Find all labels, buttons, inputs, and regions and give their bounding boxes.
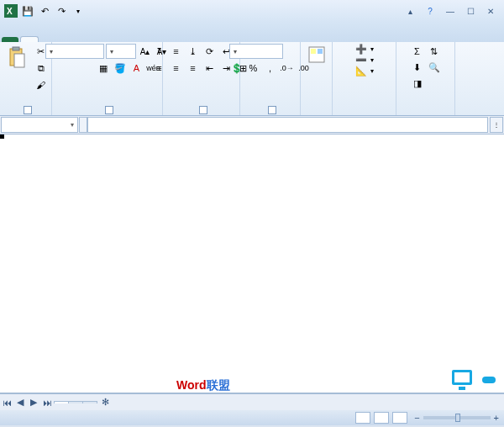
underline-button[interactable] bbox=[79, 61, 94, 76]
sheet-nav-next-icon[interactable]: ▶ bbox=[27, 396, 40, 409]
group-cells: ➕▾ ➖▾ 📐▾ bbox=[333, 42, 396, 115]
save-icon[interactable]: 💾 bbox=[20, 3, 35, 18]
bold-button[interactable] bbox=[45, 61, 60, 76]
group-font: ▾ ▾ A▴ A▾ ▦ 🪣 A wén bbox=[52, 42, 163, 115]
group-number: ▾ 💲 % , .0→ .00 bbox=[240, 42, 301, 115]
indent-dec-icon[interactable]: ⇤ bbox=[202, 61, 218, 76]
new-sheet-icon[interactable]: ✻ bbox=[97, 396, 114, 409]
cell-selection bbox=[0, 134, 3, 138]
sheet-tab-1[interactable] bbox=[54, 401, 69, 403]
font-size-combo[interactable]: ▾ bbox=[106, 44, 136, 59]
help-icon[interactable]: ? bbox=[420, 4, 440, 18]
excel-icon[interactable]: X bbox=[3, 3, 18, 18]
number-format-combo[interactable]: ▾ bbox=[229, 44, 283, 59]
view-normal-icon[interactable] bbox=[355, 412, 370, 424]
sheet-tab-2[interactable] bbox=[68, 401, 83, 403]
insert-cell-icon: ➕ bbox=[355, 44, 367, 55]
watermark-wordlm: Word联盟 bbox=[176, 378, 230, 393]
percent-icon[interactable]: % bbox=[246, 61, 261, 76]
undo-icon[interactable]: ↶ bbox=[37, 3, 52, 18]
align-middle-icon[interactable]: ≡ bbox=[169, 44, 184, 59]
accounting-icon[interactable]: 💲 bbox=[229, 61, 244, 76]
svg-text:X: X bbox=[7, 7, 13, 16]
group-styles bbox=[301, 42, 333, 115]
align-top-icon[interactable]: ⤒ bbox=[152, 44, 167, 59]
zoom-slider[interactable] bbox=[423, 416, 491, 419]
zoom-out-icon[interactable]: − bbox=[414, 413, 419, 423]
fill-color-icon[interactable]: 🪣 bbox=[113, 61, 128, 76]
svg-rect-7 bbox=[318, 49, 323, 54]
sheet-tab-3[interactable] bbox=[82, 401, 97, 403]
sheet-nav-last-icon[interactable]: ⏭ bbox=[40, 396, 54, 409]
formula-bar: ▾ ⋮ bbox=[0, 116, 504, 134]
minimize-icon[interactable]: — bbox=[440, 4, 460, 18]
maximize-icon[interactable]: ☐ bbox=[460, 4, 480, 18]
align-bottom-icon[interactable]: ⤓ bbox=[186, 44, 201, 59]
insert-cells-button[interactable]: ➕▾ bbox=[355, 44, 374, 55]
clear-icon[interactable]: ◨ bbox=[410, 76, 425, 91]
italic-button[interactable] bbox=[62, 61, 77, 76]
find-icon[interactable]: 🔍 bbox=[427, 60, 442, 75]
fill-icon[interactable]: ⬇ bbox=[410, 60, 425, 75]
alignment-launcher[interactable] bbox=[199, 106, 207, 114]
number-launcher[interactable] bbox=[268, 106, 276, 114]
sheet-tab-bar: ⏮ ◀ ▶ ⏭ ✻ bbox=[0, 393, 504, 410]
align-center-icon[interactable]: ≡ bbox=[169, 61, 184, 76]
watermark-pcdaily bbox=[450, 366, 496, 393]
svg-rect-10 bbox=[459, 387, 465, 390]
inc-decimal-icon[interactable]: .0→ bbox=[280, 61, 295, 76]
font-launcher[interactable] bbox=[105, 106, 113, 114]
styles-button[interactable] bbox=[304, 44, 329, 67]
zoom-in-icon[interactable]: + bbox=[494, 413, 499, 423]
name-box[interactable]: ▾ bbox=[1, 117, 78, 133]
grow-font-icon[interactable]: A▴ bbox=[138, 44, 153, 59]
delete-cell-icon: ➖ bbox=[355, 55, 367, 66]
tab-home[interactable] bbox=[20, 36, 39, 42]
svg-rect-4 bbox=[14, 54, 24, 67]
format-cells-button[interactable]: 📐▾ bbox=[355, 66, 374, 76]
redo-icon[interactable]: ↷ bbox=[54, 3, 69, 18]
worksheet-grid[interactable] bbox=[0, 134, 504, 393]
sheet-nav-prev-icon[interactable]: ◀ bbox=[13, 396, 27, 409]
align-left-icon[interactable]: ≡ bbox=[152, 61, 167, 76]
border-icon[interactable]: ▦ bbox=[96, 61, 111, 76]
sheet-nav-first-icon[interactable]: ⏮ bbox=[0, 396, 13, 409]
font-color-icon[interactable]: A bbox=[129, 61, 144, 76]
clipboard-launcher[interactable] bbox=[24, 106, 32, 114]
close-icon[interactable]: ✕ bbox=[480, 4, 501, 18]
group-editing: Σ⇅ ⬇🔍 ◨ bbox=[396, 42, 455, 115]
svg-rect-6 bbox=[311, 49, 316, 54]
view-layout-icon[interactable] bbox=[374, 412, 389, 424]
paste-button[interactable] bbox=[3, 44, 30, 72]
ribbon-minimize-icon[interactable]: ▴ bbox=[400, 4, 420, 18]
status-bar: − + bbox=[0, 410, 504, 425]
formula-input[interactable] bbox=[87, 117, 488, 133]
ribbon-tabs bbox=[0, 22, 504, 42]
align-right-icon[interactable]: ≡ bbox=[186, 61, 201, 76]
qat-dropdown-icon[interactable]: ▾ bbox=[71, 3, 86, 18]
orientation-icon[interactable]: ⟳ bbox=[202, 44, 218, 59]
svg-rect-3 bbox=[13, 47, 19, 50]
svg-rect-9 bbox=[454, 372, 470, 382]
sort-filter-icon[interactable]: ⇅ bbox=[427, 44, 442, 59]
autosum-icon[interactable]: Σ bbox=[410, 44, 425, 59]
view-pagebreak-icon[interactable] bbox=[392, 412, 407, 424]
ribbon: ✂ ⧉ 🖌 ▾ ▾ A▴ A▾ ▦ 🪣 A wén bbox=[0, 42, 504, 116]
format-cell-icon: 📐 bbox=[355, 66, 367, 76]
comma-icon[interactable]: , bbox=[263, 61, 278, 76]
font-name-combo[interactable]: ▾ bbox=[45, 44, 104, 59]
title-bar: X 💾 ↶ ↷ ▾ ▴ ? — ☐ ✕ bbox=[0, 0, 504, 22]
delete-cells-button[interactable]: ➖▾ bbox=[355, 55, 374, 66]
formula-expand-icon[interactable]: ⋮ bbox=[490, 117, 503, 133]
